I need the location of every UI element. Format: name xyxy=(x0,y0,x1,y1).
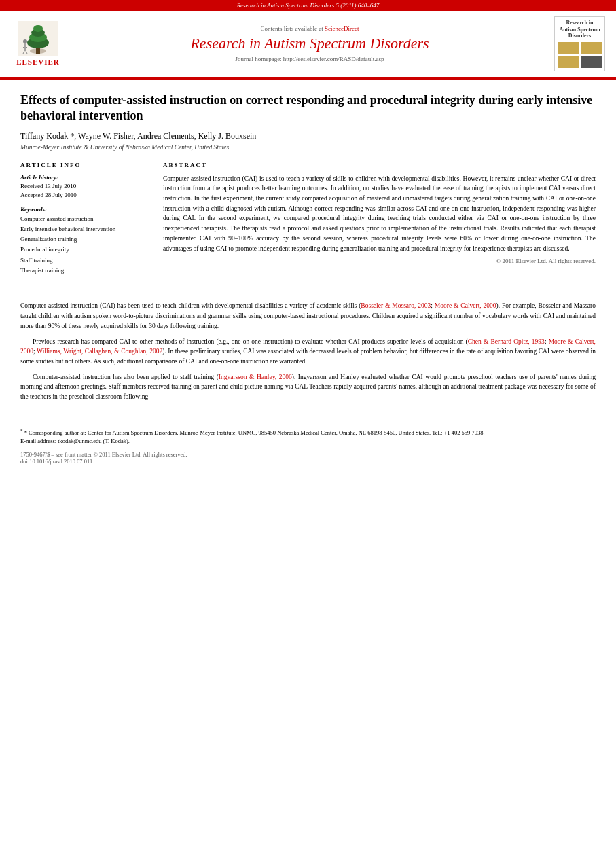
body-paragraph-1: Computer-assisted instruction (CAI) has … xyxy=(20,301,596,331)
elsevier-wordmark: ELSEVIER xyxy=(16,58,60,66)
logo-sq-2 xyxy=(581,42,602,54)
article-history-block: Article history: Received 13 July 2010 A… xyxy=(20,174,141,200)
authors: Tiffany Kodak *, Wayne W. Fisher, Andrea… xyxy=(20,131,596,141)
journal-header: ELSEVIER Contents lists available at Sci… xyxy=(0,11,616,78)
abstract-text: Computer-assisted instruction (CAI) is u… xyxy=(163,174,596,254)
ref-moore-calvert-2000[interactable]: Moore & Calvert, 2000 xyxy=(435,302,496,309)
sciencedirect-link[interactable]: ScienceDirect xyxy=(325,25,359,32)
footnote-asterisk: * * Corresponding author at: Center for … xyxy=(20,427,596,437)
body-text: Computer-assisted instruction (CAI) has … xyxy=(20,301,596,401)
body-paragraph-3: Computer-assisted instruction has also b… xyxy=(20,372,596,402)
keyword-6: Therapist training xyxy=(20,266,141,276)
accepted-date: Accepted 28 July 2010 xyxy=(20,191,141,200)
ref-ingvarsson[interactable]: Ingvarsson & Hanley, 2006 xyxy=(219,374,292,380)
logo-squares xyxy=(558,42,602,68)
journal-logo-title: Research inAutism SpectrumDisorders xyxy=(558,20,602,39)
authors-text: Tiffany Kodak *, Wayne W. Fisher, Andrea… xyxy=(20,131,256,141)
bottom-info: 1750-9467/$ – see front matter © 2011 El… xyxy=(0,451,616,471)
footnote-section: * * Corresponding author at: Center for … xyxy=(0,427,616,446)
received-date: Received 13 July 2010 xyxy=(20,182,141,192)
article-title: Effects of computer-assisted instruction… xyxy=(20,92,596,124)
svg-point-7 xyxy=(23,39,27,43)
abstract-column: Abstract Computer-assisted instruction (… xyxy=(163,162,596,282)
abstract-heading: Abstract xyxy=(163,162,596,168)
journal-homepage: Journal homepage: http://ees.elsevier.co… xyxy=(72,56,547,62)
keywords-label: Keywords: xyxy=(20,206,141,213)
copyright-line: © 2011 Elsevier Ltd. All rights reserved… xyxy=(163,257,596,264)
keyword-1: Computer-assisted instruction xyxy=(20,214,141,224)
keywords-list: Computer-assisted instruction Early inte… xyxy=(20,214,141,276)
article-content: Effects of computer-assisted instruction… xyxy=(0,80,616,416)
keyword-2: Early intensive behavioral intervention xyxy=(20,224,141,234)
logo-sq-1 xyxy=(558,42,579,54)
journal-title: Research in Autism Spectrum Disorders xyxy=(72,35,547,52)
top-bar: Research in Autism Spectrum Disorders 5 … xyxy=(0,0,616,11)
history-label: Article history: xyxy=(20,174,141,181)
issn-line: 1750-9467/$ – see front matter © 2011 El… xyxy=(20,451,596,458)
logo-sq-3 xyxy=(558,56,579,68)
footer-divider xyxy=(20,423,596,423)
section-divider xyxy=(20,291,596,291)
keyword-5: Staff training xyxy=(20,255,141,266)
journal-citation: Research in Autism Spectrum Disorders 5 … xyxy=(237,2,380,9)
article-info-heading: Article Info xyxy=(20,162,141,168)
keyword-3: Generalization training xyxy=(20,234,141,245)
journal-logo-right: Research inAutism SpectrumDisorders xyxy=(554,16,605,71)
article-info-column: Article Info Article history: Received 1… xyxy=(20,162,149,282)
logo-sq-4 xyxy=(581,56,602,68)
keyword-4: Procedural integrity xyxy=(20,245,141,255)
footnote-email: E-mail address: tkodak@unmc.edu (T. Koda… xyxy=(20,437,596,446)
ref-chen[interactable]: Chen & Bernard-Opitz, 1993 xyxy=(468,338,545,345)
body-paragraph-2: Previous research has compared CAI to ot… xyxy=(20,337,596,367)
doi-line: doi:10.1016/j.rasd.2010.07.011 xyxy=(20,458,596,465)
contents-line: Contents lists available at ScienceDirec… xyxy=(72,25,547,32)
keywords-block: Keywords: Computer-assisted instruction … xyxy=(20,206,141,276)
elsevier-tree-icon xyxy=(18,21,58,56)
svg-point-6 xyxy=(33,25,43,32)
two-col-section: Article Info Article history: Received 1… xyxy=(20,162,596,282)
elsevier-logo: ELSEVIER xyxy=(11,21,65,66)
svg-point-2 xyxy=(30,48,46,54)
journal-center: Contents lists available at ScienceDirec… xyxy=(72,25,547,62)
affiliation: Munroe-Meyer Institute & University of N… xyxy=(20,144,596,151)
page-wrapper: Research in Autism Spectrum Disorders 5 … xyxy=(0,0,616,841)
ref-williams[interactable]: Williams, Wright, Callaghan, & Coughlan,… xyxy=(37,348,162,355)
ref-bosseler[interactable]: Bosseler & Mossaro, 2003 xyxy=(361,302,431,309)
